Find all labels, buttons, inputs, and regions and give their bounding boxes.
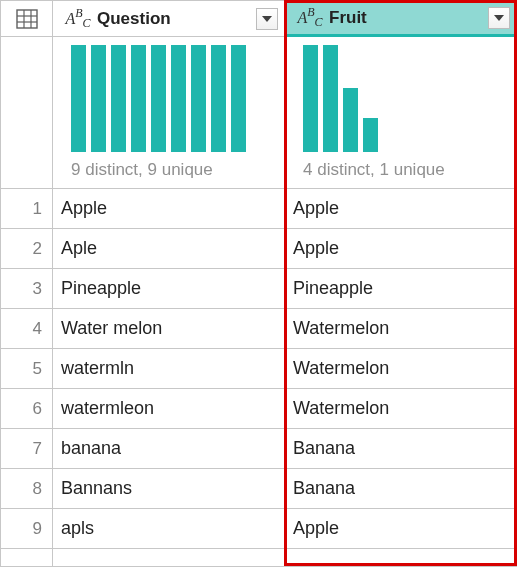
- cell-question[interactable]: watermln: [53, 349, 285, 389]
- cell-fruit[interactable]: Apple: [285, 509, 517, 549]
- select-all-corner[interactable]: [1, 1, 53, 37]
- column-header-label: Fruit: [329, 8, 367, 28]
- row-number[interactable]: 2: [1, 229, 53, 269]
- chevron-down-icon: [494, 15, 504, 21]
- profile-histogram: [299, 45, 502, 154]
- cell-question[interactable]: apls: [53, 509, 285, 549]
- cell-fruit[interactable]: Pineapple: [285, 269, 517, 309]
- row-number[interactable]: 7: [1, 429, 53, 469]
- cell-fruit[interactable]: Watermelon: [285, 389, 517, 429]
- cell-fruit[interactable]: Watermelon: [285, 309, 517, 349]
- profile-bar: [211, 45, 226, 152]
- cell-fruit[interactable]: Banana: [285, 429, 517, 469]
- row-number[interactable]: 8: [1, 469, 53, 509]
- profile-bar: [151, 45, 166, 152]
- text-type-icon: ABC: [63, 4, 93, 34]
- cell-fruit[interactable]: Banana: [285, 469, 517, 509]
- profile-row-gutter: [1, 37, 53, 189]
- trailing-empty-cell: [1, 549, 53, 567]
- cell-question[interactable]: Bannans: [53, 469, 285, 509]
- row-number[interactable]: 1: [1, 189, 53, 229]
- profile-stats-text: 4 distinct, 1 unique: [299, 160, 502, 180]
- trailing-empty-cell: [285, 549, 517, 567]
- column-header-question[interactable]: ABC Question: [53, 1, 285, 37]
- profile-bar: [231, 45, 246, 152]
- row-number[interactable]: 5: [1, 349, 53, 389]
- cell-question[interactable]: Water melon: [53, 309, 285, 349]
- column-header-fruit[interactable]: ABC Fruit: [285, 1, 517, 37]
- cell-fruit[interactable]: Watermelon: [285, 349, 517, 389]
- profile-bar: [191, 45, 206, 152]
- profile-stats-text: 9 distinct, 9 unique: [67, 160, 270, 180]
- svg-rect-0: [17, 10, 37, 28]
- row-number[interactable]: 3: [1, 269, 53, 309]
- profile-bar: [111, 45, 126, 152]
- profile-bar: [91, 45, 106, 152]
- column-filter-button[interactable]: [256, 8, 278, 30]
- profile-bar: [343, 88, 358, 152]
- column-profile-fruit: 4 distinct, 1 unique: [285, 37, 517, 189]
- chevron-down-icon: [262, 16, 272, 22]
- cell-question[interactable]: banana: [53, 429, 285, 469]
- profile-bar: [363, 118, 378, 152]
- column-header-label: Question: [97, 9, 171, 29]
- row-number[interactable]: 6: [1, 389, 53, 429]
- data-preview-table: ABC Question ABC Fruit 9 distinct, 9 uni…: [0, 0, 516, 567]
- column-profile-question: 9 distinct, 9 unique: [53, 37, 285, 189]
- cell-fruit[interactable]: Apple: [285, 189, 517, 229]
- profile-bar: [131, 45, 146, 152]
- cell-question[interactable]: Pineapple: [53, 269, 285, 309]
- cell-fruit[interactable]: Apple: [285, 229, 517, 269]
- trailing-empty-cell: [53, 549, 285, 567]
- table-icon: [16, 9, 38, 29]
- cell-question[interactable]: Aple: [53, 229, 285, 269]
- row-number[interactable]: 4: [1, 309, 53, 349]
- profile-bar: [171, 45, 186, 152]
- row-number[interactable]: 9: [1, 509, 53, 549]
- column-filter-button[interactable]: [488, 7, 510, 29]
- profile-bar: [303, 45, 318, 152]
- profile-histogram: [67, 45, 270, 154]
- text-type-icon: ABC: [295, 3, 325, 33]
- profile-bar: [323, 45, 338, 152]
- cell-question[interactable]: watermleon: [53, 389, 285, 429]
- cell-question[interactable]: Apple: [53, 189, 285, 229]
- profile-bar: [71, 45, 86, 152]
